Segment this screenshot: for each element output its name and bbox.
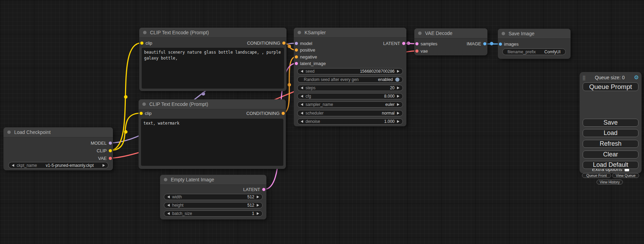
node-header[interactable]: Load Checkpoint — [3, 127, 113, 137]
queue-prompt-button[interactable]: Queue Prompt — [583, 82, 638, 91]
latent-port-icon[interactable] — [262, 188, 265, 191]
widget-scheduler[interactable]: scheduler normal — [297, 110, 403, 116]
widget-steps[interactable]: steps 20 — [297, 85, 403, 91]
widget-random-seed[interactable]: Random seed after every gen enabled — [297, 76, 403, 83]
node-header[interactable]: KSampler — [294, 28, 406, 38]
load-default-button[interactable]: Load Default — [583, 161, 638, 169]
output-clip[interactable]: CLIP — [97, 147, 112, 154]
decrement-arrow-icon[interactable] — [301, 120, 303, 123]
widget-sampler-name[interactable]: sampler_name euler — [297, 101, 403, 108]
clip-port-icon[interactable] — [140, 112, 143, 115]
node-header[interactable]: CLIP Text Encode (Prompt) — [139, 28, 286, 38]
node-header[interactable]: CLIP Text Encode (Prompt) — [139, 99, 286, 109]
input-latent-image[interactable]: latent_image — [295, 60, 326, 66]
increment-arrow-icon[interactable] — [257, 212, 259, 215]
increment-arrow-icon[interactable] — [257, 204, 259, 207]
input-samples[interactable]: samples — [415, 40, 437, 47]
node-vae-decode[interactable]: VAE Decode samples vae IMAGE — [414, 28, 487, 55]
widget-seed[interactable]: seed 156680208700286 — [297, 68, 403, 74]
collapse-dot-icon[interactable] — [143, 31, 147, 34]
clip-port-icon[interactable] — [109, 149, 112, 152]
vae-port-icon[interactable] — [415, 49, 418, 53]
decrement-arrow-icon[interactable] — [167, 196, 170, 198]
random-seed-toggle-icon[interactable] — [395, 78, 399, 82]
node-header[interactable]: Empty Latent Image — [160, 175, 266, 185]
latent-port-icon[interactable] — [295, 62, 298, 65]
widget-filename-prefix[interactable]: filename_prefix ComfyUI — [502, 48, 566, 55]
widget-width[interactable]: width 512 — [164, 194, 263, 200]
decrement-arrow-icon[interactable] — [301, 70, 303, 73]
refresh-button[interactable]: Refresh — [583, 140, 638, 148]
increment-arrow-icon[interactable] — [397, 87, 399, 89]
input-images[interactable]: images — [499, 41, 519, 47]
conditioning-port-icon[interactable] — [295, 55, 298, 58]
node-save-image[interactable]: Save Image images filename_prefix ComfyU… — [498, 29, 571, 59]
output-conditioning[interactable]: CONDITIONING — [247, 40, 285, 46]
collapse-dot-icon[interactable] — [142, 102, 146, 106]
widget-height[interactable]: height 512 — [164, 202, 263, 208]
output-image[interactable]: IMAGE — [467, 40, 486, 47]
increment-arrow-icon[interactable] — [103, 164, 105, 167]
decrement-arrow-icon[interactable] — [301, 87, 303, 89]
vae-port-icon[interactable] — [109, 157, 112, 160]
decrement-arrow-icon[interactable] — [12, 164, 14, 167]
model-port-icon[interactable] — [109, 142, 112, 145]
input-positive[interactable]: positive — [295, 47, 315, 53]
conditioning-port-icon[interactable] — [282, 112, 285, 115]
queue-front-button[interactable]: Queue Front — [582, 173, 611, 178]
load-button[interactable]: Load — [583, 129, 638, 137]
latent-port-icon[interactable] — [415, 42, 418, 45]
node-header[interactable]: VAE Decode — [414, 28, 487, 38]
image-port-icon[interactable] — [483, 42, 486, 45]
output-vae[interactable]: VAE — [98, 155, 112, 161]
save-button[interactable]: Save — [583, 119, 638, 127]
drag-handle-icon[interactable]: ⣿ — [582, 75, 586, 80]
output-conditioning[interactable]: CONDITIONING — [246, 110, 285, 116]
input-clip[interactable]: clip — [140, 110, 152, 116]
increment-arrow-icon[interactable] — [397, 112, 399, 115]
view-history-button[interactable]: View History — [597, 180, 623, 184]
conditioning-port-icon[interactable] — [282, 42, 285, 45]
collapse-dot-icon[interactable] — [418, 31, 422, 35]
prompt-textarea[interactable]: beautiful scenery nature glass bottle la… — [142, 48, 284, 89]
prompt-textarea[interactable]: text, watermark — [141, 119, 283, 166]
input-negative[interactable]: negative — [295, 54, 317, 60]
node-ksampler[interactable]: KSampler model positive negative latent_… — [294, 28, 406, 126]
node-clip-text-encode-positive[interactable]: CLIP Text Encode (Prompt) clip CONDITION… — [139, 28, 286, 91]
increment-arrow-icon[interactable] — [397, 103, 399, 106]
output-latent[interactable]: LATENT — [383, 40, 405, 46]
decrement-arrow-icon[interactable] — [301, 95, 303, 98]
output-latent[interactable]: LATENT — [243, 186, 265, 192]
collapse-dot-icon[interactable] — [7, 130, 11, 134]
image-port-icon[interactable] — [499, 43, 502, 46]
conditioning-port-icon[interactable] — [295, 48, 298, 52]
widget-denoise[interactable]: denoise 1.000 — [297, 118, 403, 125]
collapse-dot-icon[interactable] — [502, 32, 505, 35]
latent-port-icon[interactable] — [402, 42, 405, 45]
decrement-arrow-icon[interactable] — [301, 112, 303, 115]
collapse-dot-icon[interactable] — [298, 31, 301, 34]
increment-arrow-icon[interactable] — [397, 120, 399, 123]
widget-cfg[interactable]: cfg 8.000 — [297, 93, 403, 99]
decrement-arrow-icon[interactable] — [301, 103, 303, 106]
node-load-checkpoint[interactable]: Load Checkpoint MODEL CLIP VAE ckpt_name… — [3, 127, 113, 170]
comfyui-canvas[interactable]: Load Checkpoint MODEL CLIP VAE ckpt_name… — [0, 0, 644, 244]
increment-arrow-icon[interactable] — [257, 196, 259, 198]
input-vae[interactable]: vae — [415, 48, 428, 54]
node-clip-text-encode-negative[interactable]: CLIP Text Encode (Prompt) clip CONDITION… — [139, 99, 286, 169]
collapse-dot-icon[interactable] — [164, 178, 167, 181]
input-model[interactable]: model — [295, 40, 312, 46]
input-clip[interactable]: clip — [140, 40, 152, 46]
model-port-icon[interactable] — [295, 42, 298, 45]
decrement-arrow-icon[interactable] — [167, 212, 170, 215]
node-empty-latent-image[interactable]: Empty Latent Image LATENT width 512 heig… — [160, 175, 266, 219]
increment-arrow-icon[interactable] — [397, 70, 399, 73]
clear-button[interactable]: Clear — [583, 151, 638, 159]
decrement-arrow-icon[interactable] — [167, 204, 170, 207]
widget-ckpt-name[interactable]: ckpt_name v1-5-pruned-emaonly.ckpt — [8, 162, 108, 169]
node-header[interactable]: Save Image — [498, 29, 571, 39]
settings-gear-icon[interactable]: ⚙ — [634, 75, 639, 80]
view-queue-button[interactable]: View Queue — [612, 173, 639, 178]
clip-port-icon[interactable] — [140, 42, 143, 45]
output-model[interactable]: MODEL — [91, 140, 112, 146]
